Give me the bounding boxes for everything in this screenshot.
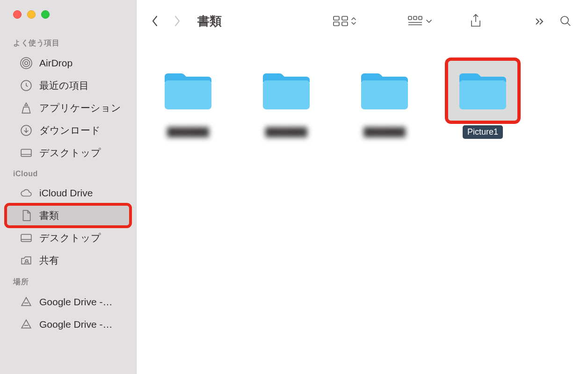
folder-item-picture1[interactable]: Picture1 <box>436 61 530 139</box>
cloud-icon <box>20 187 33 200</box>
svg-rect-9 <box>342 16 348 20</box>
document-icon <box>20 209 33 222</box>
sidebar-item-desktop[interactable]: デスクトップ <box>6 142 131 164</box>
folder-label: Picture1 <box>463 125 503 139</box>
group-by-button[interactable] <box>405 13 436 29</box>
sidebar: よく使う項目 AirDrop 最近の項目 アプリケーション ダウンロード デスク… <box>0 0 137 374</box>
search-button[interactable] <box>556 13 575 29</box>
overflow-button[interactable] <box>530 14 548 28</box>
folder-item[interactable]: ███████ <box>240 61 333 139</box>
folder-icon <box>153 61 223 121</box>
sidebar-item-label: iCloud Drive <box>39 187 93 199</box>
svg-point-0 <box>25 62 28 65</box>
sidebar-item-icloud-desktop[interactable]: デスクトップ <box>6 227 131 249</box>
sidebar-item-label: Google Drive -… <box>39 319 112 330</box>
window-traffic-lights <box>0 5 136 33</box>
svg-rect-8 <box>334 16 339 20</box>
sidebar-item-label: デスクトップ <box>39 231 101 245</box>
sidebar-item-airdrop[interactable]: AirDrop <box>6 52 131 74</box>
sidebar-item-label: 最近の項目 <box>39 79 89 92</box>
maximize-window-button[interactable] <box>41 10 50 19</box>
svg-rect-12 <box>408 16 412 20</box>
svg-rect-16 <box>165 80 211 109</box>
sidebar-item-documents[interactable]: 書類 <box>6 204 131 227</box>
sidebar-item-label: ダウンロード <box>39 124 101 137</box>
svg-rect-11 <box>342 22 348 26</box>
svg-point-15 <box>561 16 568 24</box>
main-area: 書類 ███████ <box>137 0 588 374</box>
svg-point-1 <box>22 59 29 66</box>
back-button[interactable] <box>150 13 160 29</box>
sidebar-item-downloads[interactable]: ダウンロード <box>6 119 131 142</box>
drive-icon <box>20 295 33 309</box>
clock-icon <box>20 79 33 92</box>
minimize-window-button[interactable] <box>27 10 36 19</box>
shared-icon <box>20 254 33 267</box>
folder-icon <box>350 61 419 121</box>
drive-icon <box>20 318 33 331</box>
folder-label: ███████ <box>261 125 312 139</box>
svg-rect-6 <box>21 234 31 241</box>
svg-rect-18 <box>361 80 408 109</box>
sidebar-section-favorites: よく使う項目 <box>0 33 136 52</box>
folder-item[interactable]: ███████ <box>338 61 431 139</box>
folder-label: ███████ <box>162 125 213 139</box>
sidebar-item-label: 共有 <box>39 254 59 267</box>
svg-rect-5 <box>21 149 31 156</box>
sidebar-item-applications[interactable]: アプリケーション <box>6 97 131 119</box>
sidebar-item-label: Google Drive -… <box>39 296 112 308</box>
close-window-button[interactable] <box>13 10 22 19</box>
desktop-icon <box>20 231 33 245</box>
folder-label: ███████ <box>359 125 410 139</box>
sidebar-item-label: 書類 <box>39 209 59 222</box>
nav-arrows <box>150 13 182 29</box>
sidebar-item-label: AirDrop <box>39 58 73 69</box>
share-button[interactable] <box>466 11 485 31</box>
sidebar-section-icloud: iCloud <box>0 164 136 182</box>
sidebar-section-locations: 場所 <box>0 272 136 291</box>
svg-rect-13 <box>414 16 417 20</box>
app-icon <box>20 101 33 115</box>
toolbar: 書類 <box>137 0 588 42</box>
download-icon <box>20 124 33 137</box>
svg-rect-14 <box>419 16 422 20</box>
sidebar-item-label: デスクトップ <box>39 146 101 159</box>
folder-content[interactable]: ███████ ███████ ███████ Picture1 <box>137 42 588 374</box>
svg-rect-17 <box>263 80 310 109</box>
sidebar-item-icloud-drive[interactable]: iCloud Drive <box>6 182 131 204</box>
forward-button[interactable] <box>172 13 182 29</box>
sidebar-item-recents[interactable]: 最近の項目 <box>6 74 131 97</box>
sidebar-item-google-drive-1[interactable]: Google Drive -… <box>6 313 131 336</box>
view-mode-button[interactable] <box>330 13 360 29</box>
svg-rect-10 <box>334 22 339 26</box>
svg-rect-19 <box>459 80 506 109</box>
sidebar-item-label: アプリケーション <box>39 101 121 115</box>
page-title: 書類 <box>197 13 222 29</box>
desktop-icon <box>20 146 33 159</box>
airdrop-icon <box>20 57 33 70</box>
sidebar-item-google-drive-0[interactable]: Google Drive -… <box>6 291 131 313</box>
folder-item[interactable]: ███████ <box>141 61 235 139</box>
folder-icon <box>252 61 321 121</box>
sidebar-item-shared[interactable]: 共有 <box>6 249 131 272</box>
folder-icon <box>448 61 517 121</box>
